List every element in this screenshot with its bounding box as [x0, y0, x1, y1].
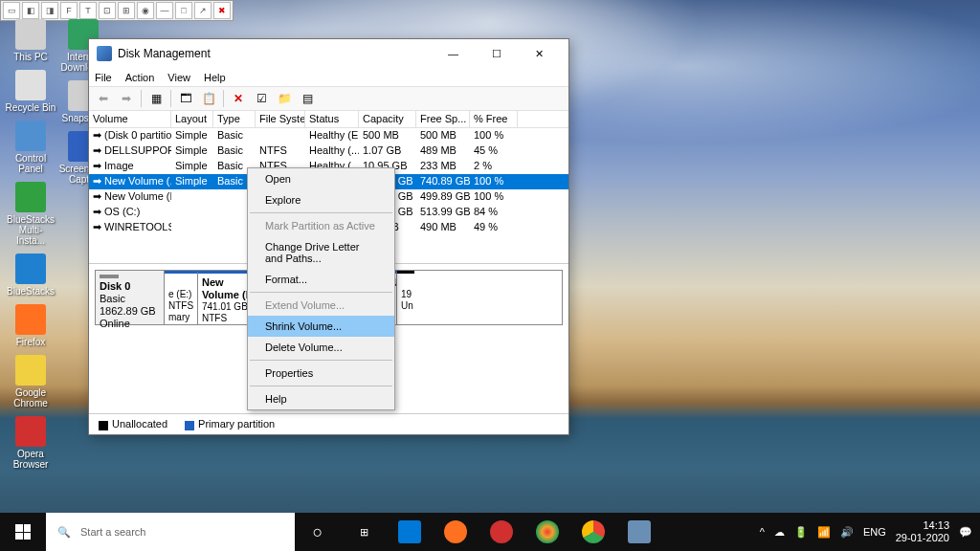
delete-icon[interactable]: ✕ — [228, 88, 249, 109]
desktop-icon[interactable]: Google Chrome — [5, 355, 56, 408]
desktop-icon-label: Opera Browser — [5, 449, 56, 470]
taskbar-app-edge[interactable] — [387, 513, 433, 551]
ctx-delete-volume-[interactable]: Delete Volume... — [248, 337, 394, 358]
tool-btn[interactable]: — — [156, 2, 173, 19]
desktop-icon-image — [15, 19, 46, 50]
cortana-icon[interactable]: ○ — [295, 513, 341, 551]
list-icon[interactable]: ▤ — [297, 88, 318, 109]
desktop-icon-label: Recycle Bin — [6, 102, 56, 113]
help-icon[interactable]: 📁 — [274, 88, 295, 109]
tray-onedrive-icon[interactable]: ☁ — [774, 526, 785, 539]
taskbar-app-diskmgmt[interactable] — [616, 513, 662, 551]
desktop-icons-col1: This PCRecycle BinControl PanelBlueStack… — [5, 19, 56, 470]
col-volume[interactable]: Volume — [89, 111, 171, 127]
settings-icon[interactable]: 📋 — [198, 88, 219, 109]
desktop-icon[interactable]: Firefox — [5, 304, 56, 347]
task-view-icon[interactable]: ⊞ — [341, 513, 387, 551]
desktop-icon-label: BlueStacks Multi-Insta... — [5, 214, 56, 246]
partition[interactable]: e (E:)NTFSmary P — [165, 271, 198, 324]
start-button[interactable] — [0, 513, 46, 551]
volume-header: Volume Layout Type File System Status Ca… — [89, 111, 568, 128]
desktop-icon[interactable]: Recycle Bin — [5, 70, 56, 113]
clock[interactable]: 14:13 29-01-2020 — [896, 519, 949, 544]
partition[interactable]: 19Un — [397, 271, 414, 324]
menu-action[interactable]: Action — [125, 72, 155, 83]
ctx-open[interactable]: Open — [248, 168, 394, 189]
disk-info: Disk 0 Basic 1862.89 GB Online — [96, 271, 165, 324]
volume-row[interactable]: ➡ DELLSUPPORTSimpleBasicNTFSHealthy (...… — [89, 143, 568, 159]
desktop-icon-image — [15, 304, 46, 335]
tool-btn[interactable]: ◉ — [137, 2, 154, 19]
ctx-extend-volume-: Extend Volume... — [248, 295, 394, 316]
search-placeholder: Start a search — [80, 526, 145, 538]
maximize-button[interactable]: ☐ — [475, 40, 518, 67]
tool-btn[interactable]: ⊞ — [118, 2, 135, 19]
back-icon[interactable]: ⬅ — [93, 88, 114, 109]
tray-language[interactable]: ENG — [863, 526, 886, 538]
tray-wifi-icon[interactable]: 📶 — [817, 526, 831, 539]
ctx-explore[interactable]: Explore — [248, 189, 394, 210]
tool-btn[interactable]: ✖ — [213, 2, 231, 19]
tool-btn[interactable]: ▭ — [3, 2, 20, 19]
taskbar-app-chrome[interactable] — [570, 513, 616, 551]
desktop-icon[interactable]: Control Panel — [5, 121, 56, 174]
close-button[interactable]: ✕ — [518, 40, 561, 67]
windows-logo-icon — [15, 524, 31, 540]
desktop-icon-label: BlueStacks — [7, 286, 55, 297]
system-tray: ^ ☁ 🔋 📶 🔊 ENG 14:13 29-01-2020 💬 — [752, 519, 980, 544]
forward-icon[interactable]: ➡ — [116, 88, 137, 109]
col-pctfree[interactable]: % Free — [470, 111, 518, 127]
desktop-icon-image — [15, 70, 46, 100]
tray-battery-icon[interactable]: 🔋 — [794, 526, 808, 539]
tray-volume-icon[interactable]: 🔊 — [840, 526, 854, 539]
desktop-icon-image — [15, 121, 46, 151]
col-filesystem[interactable]: File System — [256, 111, 305, 127]
desktop-icon-label: Control Panel — [5, 153, 56, 174]
search-box[interactable]: 🔍 Start a search — [46, 513, 295, 551]
volume-row[interactable]: ➡ (Disk 0 partition 1)SimpleBasicHealthy… — [89, 128, 568, 143]
minimize-button[interactable]: — — [432, 40, 475, 67]
taskbar-app-firefox[interactable] — [433, 513, 479, 551]
search-icon: 🔍 — [57, 526, 71, 539]
menubar: FileActionViewHelp — [89, 68, 568, 86]
tray-notifications-icon[interactable]: 💬 — [959, 526, 972, 539]
desktop-icon[interactable]: This PC — [5, 19, 56, 62]
col-layout[interactable]: Layout — [171, 111, 213, 127]
menu-help[interactable]: Help — [204, 72, 226, 83]
desktop-icon-image — [15, 253, 46, 284]
tool-btn[interactable]: ◨ — [41, 2, 58, 19]
refresh-icon[interactable]: 🗔 — [175, 88, 196, 109]
desktop-icon[interactable]: BlueStacks — [5, 253, 56, 297]
tool-btn[interactable]: T — [79, 2, 97, 19]
desktop-icon[interactable]: Opera Browser — [5, 416, 56, 470]
tool-btn[interactable]: ↗ — [194, 2, 212, 19]
tool-btn[interactable]: F — [60, 2, 78, 19]
tool-btn[interactable]: ⊡ — [99, 2, 116, 19]
col-freespace[interactable]: Free Sp... — [416, 111, 470, 127]
desktop-icon-image — [15, 355, 46, 386]
titlebar[interactable]: Disk Management — ☐ ✕ — [89, 39, 568, 68]
col-status[interactable]: Status — [305, 111, 359, 127]
col-type[interactable]: Type — [213, 111, 256, 127]
ctx-format-[interactable]: Format... — [248, 269, 394, 290]
properties-icon[interactable]: ☑ — [251, 88, 272, 109]
col-capacity[interactable]: Capacity — [359, 111, 416, 127]
grid-icon[interactable]: ▦ — [145, 88, 167, 109]
tray-chevron-icon[interactable]: ^ — [760, 526, 765, 538]
ctx-help[interactable]: Help — [248, 388, 394, 409]
tool-btn[interactable]: □ — [175, 2, 192, 19]
window-title: Disk Management — [118, 47, 432, 60]
app-icon — [97, 46, 112, 61]
ctx-change-drive-letter-and-paths-[interactable]: Change Drive Letter and Paths... — [248, 236, 394, 269]
ctx-shrink-volume-[interactable]: Shrink Volume... — [248, 316, 394, 337]
ctx-mark-partition-as-active: Mark Partition as Active — [248, 215, 394, 236]
desktop-icon-label: This PC — [13, 52, 48, 62]
menu-file[interactable]: File — [95, 72, 112, 83]
taskbar-app-opera[interactable] — [479, 513, 524, 551]
ctx-properties[interactable]: Properties — [248, 363, 394, 384]
tool-btn[interactable]: ◧ — [22, 2, 39, 19]
desktop-icon[interactable]: BlueStacks Multi-Insta... — [5, 182, 56, 246]
menu-view[interactable]: View — [167, 72, 190, 83]
taskbar-app-lens[interactable] — [524, 513, 570, 551]
desktop-icon-image — [15, 416, 46, 447]
